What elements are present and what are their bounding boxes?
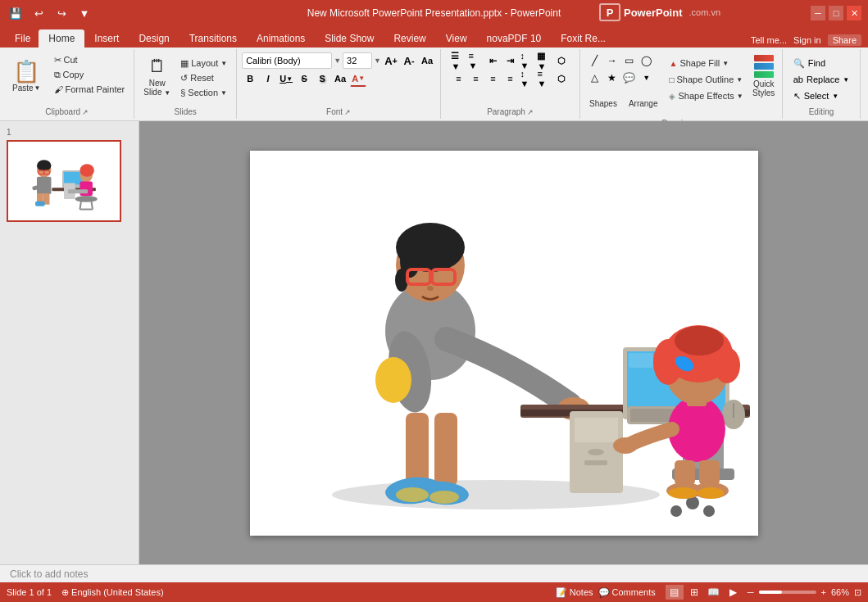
arrange-button[interactable]: Arrange [625,88,662,118]
shapes-button[interactable]: Shapes [585,88,621,118]
bullets-button[interactable]: ☰ ▼ [450,52,466,69]
zoom-slider[interactable] [759,591,816,594]
clipboard-expand[interactable]: ↗ [82,108,89,116]
underline-button[interactable]: U ▼ [278,70,294,87]
shape-fill-button[interactable]: ▲ Shape Fill ▼ [665,56,747,70]
section-button[interactable]: § Section ▼ [176,85,231,100]
align-center-button[interactable]: ≡ [467,70,484,87]
app-name: PowerPoint [624,7,683,19]
reading-view-button[interactable]: 📖 [705,585,723,600]
shape-outline-icon: □ [669,75,674,84]
notes-button[interactable]: 📝 Notes [556,587,593,598]
svg-rect-22 [68,189,88,193]
font-name-input[interactable] [242,52,332,69]
customize-qat-button[interactable]: ▼ [75,4,93,22]
justify-button[interactable]: ≡ [502,70,518,87]
text-direction-button[interactable]: ↕ ▼ [519,70,535,87]
decrease-font-button[interactable]: A- [401,52,417,69]
increase-indent-button[interactable]: ⇥ [502,52,518,69]
tab-foxit[interactable]: Foxit Re... [551,29,616,48]
format-painter-label: Format Painter [66,84,125,94]
font-size-input[interactable] [343,52,372,69]
shape-outline-button[interactable]: □ Shape Outline ▼ [665,72,747,87]
convert-smartart-button[interactable]: ⬡ [553,70,570,87]
tab-novapdf[interactable]: novaPDF 10 [477,29,552,48]
quick-styles-button[interactable]: Quick Styles [751,52,777,100]
increase-font-button[interactable]: A+ [383,52,399,69]
tab-transitions[interactable]: Transitions [180,29,247,48]
notes-bar[interactable]: Click to add notes [0,564,868,582]
tab-slideshow[interactable]: Slide Show [315,29,384,48]
strikethrough-button[interactable]: S [296,70,312,87]
slide-sorter-button[interactable]: ⊞ [685,585,703,600]
replace-button[interactable]: ab Replace ▼ [788,72,856,87]
minimize-button[interactable]: ─ [811,6,825,20]
select-button[interactable]: ↖ Select ▼ [788,88,845,103]
change-case-button[interactable]: Aa [332,70,348,87]
tab-design[interactable]: Design [129,29,179,48]
align-left-button[interactable]: ≡ [450,70,466,87]
undo-button[interactable]: ↩ [30,4,48,22]
tab-insert[interactable]: Insert [84,29,129,48]
select-icon: ↖ [793,91,801,102]
columns-button[interactable]: ▦ ▼ [536,52,552,69]
triangle-shape[interactable]: △ [587,70,603,86]
slide-thumbnail-1[interactable] [7,140,121,222]
slides-label: Slides [171,106,200,117]
tab-animations[interactable]: Animations [247,29,315,48]
svg-point-61 [670,505,682,517]
maximize-button[interactable]: □ [829,6,843,20]
callout-shape[interactable]: 💬 [621,70,638,86]
share-button[interactable]: Share [828,34,861,46]
line-shape[interactable]: ╱ [587,52,603,69]
rect-shape[interactable]: ▭ [621,52,638,69]
shadow-button[interactable]: S [314,70,330,87]
sign-in-link[interactable]: Sign in [793,35,821,45]
smart-art-button[interactable]: ⬡ [553,52,570,69]
zoom-out-button[interactable]: ─ [748,587,754,597]
font-size-dropdown[interactable]: ▼ [374,57,381,65]
fit-slide-button[interactable]: ⊡ [854,587,861,598]
bold-button[interactable]: B [242,70,258,87]
font-expand[interactable]: ↗ [344,108,351,116]
arrow-shape[interactable]: → [604,52,620,69]
layout-button[interactable]: ▦ Layout ▼ [176,56,231,70]
paste-button[interactable]: 📋 Paste ▼ [5,52,48,100]
align-text-button[interactable]: ≡ ▼ [536,70,552,87]
numbering-button[interactable]: ≡ ▼ [467,52,484,69]
decrease-indent-button[interactable]: ⇤ [484,52,501,69]
comments-button[interactable]: 💬 Comments [598,587,656,598]
copy-button[interactable]: ⧉ Copy [50,67,130,82]
accessibility-icon: ⊕ [61,587,69,598]
align-right-button[interactable]: ≡ [484,70,501,87]
format-painter-button[interactable]: 🖌 Format Painter [50,82,130,97]
font-name-dropdown[interactable]: ▼ [334,57,341,65]
svg-point-48 [588,449,604,455]
reset-button[interactable]: ↺ Reset [176,70,231,85]
slideshow-button[interactable]: ▶ [725,585,743,600]
tab-file[interactable]: File [7,29,39,48]
more-shapes[interactable]: ▼ [639,70,655,86]
clear-format-button[interactable]: Aa [419,52,435,69]
star-shape[interactable]: ★ [604,70,620,86]
new-slide-button[interactable]: 🗒 NewSlide ▼ [139,52,175,100]
tell-me-input[interactable]: Tell me... [751,35,787,45]
italic-button[interactable]: I [260,70,276,87]
font-color-button[interactable]: A ▼ [350,70,366,87]
find-button[interactable]: 🔍 Find [788,56,831,70]
paragraph-expand[interactable]: ↗ [527,108,534,116]
close-button[interactable]: ✕ [847,6,861,20]
shape-effects-button[interactable]: ◈ Shape Effects ▼ [665,88,747,103]
slide-canvas[interactable] [250,151,758,536]
save-button[interactable]: 💾 [7,4,25,22]
redo-button[interactable]: ↪ [52,4,70,22]
zoom-in-button[interactable]: + [821,587,826,597]
line-spacing-button[interactable]: ↕ ▼ [519,52,535,69]
tab-view[interactable]: View [436,29,477,48]
tab-home[interactable]: Home [39,29,84,48]
normal-view-button[interactable]: ▤ [666,585,684,600]
cut-button[interactable]: ✂ Cut [50,52,130,67]
oval-shape[interactable]: ◯ [639,52,655,69]
new-slide-label: NewSlide ▼ [143,79,170,97]
tab-review[interactable]: Review [384,29,435,48]
